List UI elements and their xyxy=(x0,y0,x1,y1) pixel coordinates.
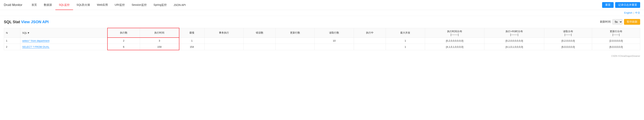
cell-time-dist: [0,2,0,0,0,0,0,0] xyxy=(425,38,484,44)
col-header-n: N xyxy=(4,28,20,38)
cell-update-rows xyxy=(276,44,315,50)
page-title: SQL Stat View JSON API xyxy=(4,20,49,24)
cell-txn xyxy=(204,44,244,50)
col-header-errors: 错误数 xyxy=(244,28,276,38)
table-row: 2 SELECT ? FROM DUAL 6 159 154 1 [4,1,0,… xyxy=(4,44,640,50)
cell-running xyxy=(354,38,386,44)
lang-separator: | xyxy=(634,11,634,14)
table-row: 1 select * from department 2 3 1 10 1 [0… xyxy=(4,38,640,44)
brand-logo: Druid Monitor xyxy=(4,3,22,7)
cell-slowest: 154 xyxy=(179,44,204,50)
nav-spring-monitor[interactable]: Spring监控 xyxy=(150,0,170,10)
col-header-slowest: 最慢 xyxy=(179,28,204,38)
main-content: SQL Stat View JSON API 刷新时间 5s 暂停刷新 N SQ… xyxy=(0,16,644,53)
nav-session-monitor[interactable]: Session监控 xyxy=(128,0,150,10)
col-header-read-dist: 读取分布[-------] xyxy=(544,28,592,38)
cell-running xyxy=(354,44,386,50)
nav-actions: 重置 记录日志并重置 xyxy=(602,2,640,8)
cell-n: 1 xyxy=(4,38,20,44)
nav-datasource[interactable]: 数据源 xyxy=(40,0,55,10)
cell-slowest: 1 xyxy=(179,38,204,44)
nav-web-app[interactable]: Web应用 xyxy=(94,0,111,10)
sql-link[interactable]: select * from department xyxy=(22,39,50,42)
title-view[interactable]: View xyxy=(21,20,31,24)
nav-uri-monitor[interactable]: URI监控 xyxy=(111,0,128,10)
footer-text: CSDN ©ChinaDragonDreamer xyxy=(611,55,640,57)
title-json-api[interactable]: JSON API xyxy=(31,20,49,24)
page-header: SQL Stat View JSON API 刷新时间 5s 暂停刷新 xyxy=(4,19,640,25)
cell-update-dist: [2,0,0,0,0,0] xyxy=(592,38,640,44)
refresh-interval-select[interactable]: 5s xyxy=(612,19,622,24)
col-header-max-concurrent: 最大并发 xyxy=(386,28,425,38)
table-header-row: N SQL▼ 执行数 执行时间 最慢 事务执行 错误数 更新行数 读取行数 执行… xyxy=(4,28,640,38)
cell-max-concurrent: 1 xyxy=(386,44,425,50)
sql-link[interactable]: SELECT ? FROM DUAL xyxy=(22,45,50,48)
col-header-update-dist: 更新行分布[-------] xyxy=(592,28,640,38)
cell-errors xyxy=(244,44,276,50)
col-header-time-dist: 执行时间分布[--------] xyxy=(425,28,484,38)
cell-errors xyxy=(244,38,276,44)
nav-json-api[interactable]: JSON API xyxy=(170,0,189,10)
cell-update-rows xyxy=(276,38,315,44)
cell-update-dist: [6,0,0,0,0,0] xyxy=(592,44,640,50)
language-bar: English | 中文 xyxy=(0,10,644,16)
sql-stat-table: N SQL▼ 执行数 执行时间 最慢 事务执行 错误数 更新行数 读取行数 执行… xyxy=(4,28,640,50)
log-reset-button[interactable]: 记录日志并重置 xyxy=(615,2,640,8)
cell-read-rows xyxy=(315,44,354,50)
cell-time-rs-dist: [0,2,0,0,0,0,0,0] xyxy=(484,38,544,44)
nav-sql-monitor[interactable]: SQL监控 xyxy=(55,0,73,10)
col-header-txn: 事务执行 xyxy=(204,28,244,38)
col-header-exec-time: 执行时间 xyxy=(140,28,179,38)
top-navigation: Druid Monitor 首页 数据源 SQL监控 SQL防火墙 Web应用 … xyxy=(0,0,644,10)
cell-time-rs-dist: [4,1,0,1,0,0,0,0] xyxy=(484,44,544,50)
reset-button[interactable]: 重置 xyxy=(602,2,614,8)
refresh-controls: 刷新时间 5s 暂停刷新 xyxy=(600,19,640,25)
cell-read-dist: [6,0,0,0,0,0] xyxy=(544,44,592,50)
col-header-sql: SQL▼ xyxy=(20,28,108,38)
cell-sql: select * from department xyxy=(20,38,108,44)
col-header-update-rows: 更新行数 xyxy=(276,28,315,38)
footer: CSDN ©ChinaDragonDreamer xyxy=(0,53,644,59)
cell-exec-count: 6 xyxy=(108,44,140,50)
cell-exec-time: 3 xyxy=(140,38,179,44)
cell-read-dist: [0,2,0,0,0,0] xyxy=(544,38,592,44)
nav-home[interactable]: 首页 xyxy=(28,0,40,10)
nav-items: 首页 数据源 SQL监控 SQL防火墙 Web应用 URI监控 Session监… xyxy=(28,0,602,10)
title-static: SQL Stat xyxy=(4,20,21,24)
table-body: 1 select * from department 2 3 1 10 1 [0… xyxy=(4,38,640,50)
cell-n: 2 xyxy=(4,44,20,50)
col-header-time-rs-dist: 执行+RS时分布[--------] xyxy=(484,28,544,38)
col-header-running: 执行中 xyxy=(354,28,386,38)
cell-max-concurrent: 1 xyxy=(386,38,425,44)
cell-txn xyxy=(204,38,244,44)
cell-read-rows: 10 xyxy=(315,38,354,44)
lang-chinese[interactable]: 中文 xyxy=(635,11,640,14)
cell-time-dist: [4,1,0,1,0,0,0,0] xyxy=(425,44,484,50)
lang-english[interactable]: English xyxy=(624,11,632,14)
refresh-label: 刷新时间 xyxy=(600,20,611,24)
nav-sql-firewall[interactable]: SQL防火墙 xyxy=(73,0,94,10)
cell-exec-time: 159 xyxy=(140,44,179,50)
col-header-exec-count: 执行数 xyxy=(108,28,140,38)
col-header-read-rows: 读取行数 xyxy=(315,28,354,38)
pause-refresh-button[interactable]: 暂停刷新 xyxy=(624,19,640,25)
cell-sql: SELECT ? FROM DUAL xyxy=(20,44,108,50)
cell-exec-count: 2 xyxy=(108,38,140,44)
